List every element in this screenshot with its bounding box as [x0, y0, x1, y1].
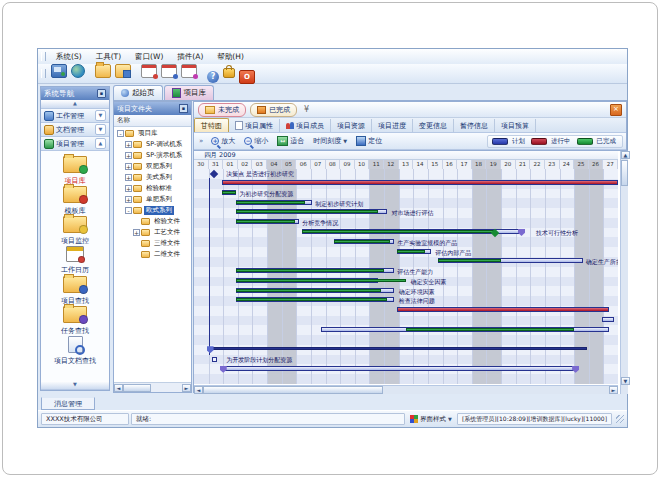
- sidebar-section-work[interactable]: 工作管理▼: [41, 109, 109, 123]
- tree-expander-icon[interactable]: +: [125, 185, 132, 192]
- gantt-tool-zoomin[interactable]: +放大: [208, 135, 238, 147]
- tree-column-header[interactable]: 名称: [114, 115, 191, 127]
- menu-item-window[interactable]: 窗口(W): [128, 52, 170, 61]
- cal-user-icon[interactable]: [161, 64, 177, 78]
- gantt-bar-done[interactable]: [302, 230, 495, 233]
- tree-hscrollbar[interactable]: ◄ ►: [114, 382, 191, 392]
- tree-item[interactable]: -项目库: [114, 128, 191, 139]
- help-icon[interactable]: ?: [207, 71, 219, 83]
- tree-item[interactable]: 检验文件: [114, 216, 191, 227]
- gantt-bar-done[interactable]: [438, 259, 501, 262]
- scroll-right-icon[interactable]: ►: [182, 384, 191, 392]
- tab-6[interactable]: 暂停信息: [454, 119, 495, 132]
- sidebar-section-doc[interactable]: 文档管理▼: [41, 123, 109, 137]
- gantt-bar-prog[interactable]: [397, 307, 609, 312]
- tree-expander-icon[interactable]: -: [117, 130, 124, 137]
- currency-button[interactable]: ¥: [301, 105, 312, 114]
- gantt-bar-done[interactable]: [236, 289, 381, 292]
- tree-expander-icon[interactable]: +: [125, 196, 132, 203]
- gantt-bar-done[interactable]: [236, 201, 305, 204]
- tree-item[interactable]: +单肥系列: [114, 194, 191, 205]
- gantt-milestone[interactable]: [220, 366, 227, 373]
- menu-item-tools[interactable]: 工具(T): [89, 52, 128, 61]
- gantt-bar-done[interactable]: [334, 240, 390, 243]
- tab-4[interactable]: 项目进度: [372, 119, 413, 132]
- folder-icon[interactable]: [95, 64, 111, 78]
- sidebar-item-folder-search2[interactable]: 任务查找: [41, 303, 109, 333]
- tab-2[interactable]: 项目成员: [280, 119, 331, 132]
- chevron-icon[interactable]: ▼: [95, 124, 106, 135]
- gantt-milestone[interactable]: [210, 170, 218, 178]
- gantt-bar-done[interactable]: [236, 210, 378, 213]
- scroll-up-icon[interactable]: ▲: [621, 151, 630, 159]
- gantt-bar-plan[interactable]: [223, 366, 575, 371]
- sidebar-item-folder-red[interactable]: 模板库: [41, 183, 109, 213]
- tree-item[interactable]: 三维文件: [114, 238, 191, 249]
- scroll-thumb[interactable]: [621, 160, 628, 186]
- gantt-bar-done[interactable]: [236, 269, 384, 272]
- menu-item-plugins[interactable]: 插件(A): [170, 52, 210, 61]
- tree-item[interactable]: +检验标准: [114, 183, 191, 194]
- chevron-icon[interactable]: »: [197, 137, 205, 145]
- gantt-tool-locate[interactable]: 定位: [353, 135, 385, 147]
- sidebar-item-doc-search[interactable]: 项目文档查找: [41, 333, 109, 363]
- tree-item[interactable]: +双肥系列: [114, 161, 191, 172]
- menu-item-help[interactable]: 帮助(H): [210, 52, 251, 61]
- tree-expander-icon[interactable]: +: [125, 163, 132, 170]
- gantt-bar-plan[interactable]: [602, 317, 614, 322]
- folder2-icon[interactable]: [115, 64, 131, 78]
- gantt-bar-done[interactable]: [236, 279, 406, 282]
- gantt-vscrollbar[interactable]: ▲ ▼: [620, 151, 628, 394]
- scroll-thumb[interactable]: [123, 384, 151, 392]
- sidebar-item-folder-star[interactable]: 项目监控: [41, 213, 109, 243]
- menu-item-system[interactable]: 系统(S): [49, 52, 89, 61]
- gantt-bar-prog[interactable]: [222, 180, 618, 185]
- sidebar-collapse-strip[interactable]: ▲: [41, 100, 109, 109]
- gantt-milestone[interactable]: [518, 229, 525, 236]
- monitor-icon[interactable]: [51, 64, 67, 78]
- cal-pink-icon[interactable]: [181, 64, 197, 78]
- resize-grip[interactable]: [616, 415, 624, 423]
- globe-icon[interactable]: [71, 64, 85, 78]
- gantt-tool-fit[interactable]: ↔适合: [274, 135, 307, 147]
- chevron-icon[interactable]: ▲: [95, 138, 106, 149]
- sidebar-section-proj[interactable]: 项目管理▲: [41, 137, 109, 151]
- tab-0[interactable]: 甘特图: [194, 118, 229, 132]
- close-icon[interactable]: ×: [610, 104, 622, 116]
- scroll-left-icon[interactable]: ◄: [194, 386, 203, 394]
- pin-icon[interactable]: ▪: [179, 104, 188, 113]
- tree-expander-icon[interactable]: +: [125, 174, 132, 181]
- scroll-down-icon[interactable]: ▼: [621, 377, 630, 385]
- unfinished-filter-button[interactable]: 未完成: [198, 103, 246, 117]
- gantt-tool-[interactable]: 时间刻度▼: [310, 135, 350, 147]
- gantt-bar-done[interactable]: [222, 191, 236, 194]
- tree-expander-icon[interactable]: +: [125, 152, 132, 159]
- tab-project-library[interactable]: 项目库: [164, 85, 215, 100]
- gantt-bar-done[interactable]: [236, 220, 294, 223]
- gantt-bar-summary[interactable]: [210, 347, 587, 350]
- scroll-left-icon[interactable]: ◄: [114, 384, 123, 392]
- power-icon[interactable]: O: [239, 70, 255, 84]
- tab-7[interactable]: 项目预算: [495, 119, 536, 132]
- scroll-thumb[interactable]: [203, 386, 383, 394]
- message-management-tab[interactable]: 消息管理: [41, 397, 95, 410]
- sidebar-item-calendar[interactable]: 工作日历: [41, 243, 109, 273]
- chevron-icon[interactable]: ▼: [95, 110, 106, 121]
- gantt-body[interactable]: 决策点 是否进行初步研究为初步研究分配资源制定初步研究计划对市场进行评估分析竞争…: [194, 169, 618, 384]
- sidebar-item-folder-search[interactable]: 项目查找: [41, 273, 109, 303]
- tree-item[interactable]: -欧式系列: [114, 205, 191, 216]
- tab-5[interactable]: 变更信息: [413, 119, 454, 132]
- sidebar-bottom-strip[interactable]: ▼: [41, 381, 109, 390]
- tree-item[interactable]: +SP-演示机系: [114, 150, 191, 161]
- pin-icon[interactable]: ▪: [97, 89, 106, 98]
- tree-expander-icon[interactable]: +: [125, 141, 132, 148]
- tab-3[interactable]: 项目资源: [331, 119, 372, 132]
- gantt-tool-zoomout[interactable]: −缩小: [241, 135, 271, 147]
- finished-filter-button[interactable]: 已完成: [250, 103, 297, 117]
- gantt-bar-done[interactable]: [236, 298, 387, 301]
- interface-style-button[interactable]: 界面样式 ▼: [407, 415, 455, 424]
- gantt-bar-done[interactable]: [406, 328, 574, 331]
- tab-start-page[interactable]: 起始页: [113, 85, 163, 100]
- sidebar-item-folder-green[interactable]: 项目库: [41, 153, 109, 183]
- tree-expander-icon[interactable]: +: [133, 229, 140, 236]
